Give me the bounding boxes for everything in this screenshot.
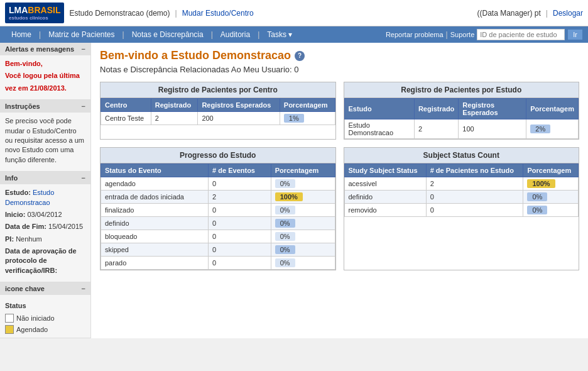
table2-col-registrado: Registrado	[414, 99, 458, 119]
search-input[interactable]	[477, 29, 565, 40]
alert-line2: Você logou pela última	[5, 71, 85, 80]
t3-eventos: 2	[209, 191, 271, 204]
nav-sep2: |	[122, 30, 124, 39]
change-study-link[interactable]: Mudar Estudo/Centro	[182, 9, 254, 18]
alerts-title: Alertas e mensagens	[5, 45, 74, 53]
sidebar-icone-section: icone chave − Status Não iniciado Agenda…	[0, 282, 90, 338]
t4-pct: 0%	[523, 191, 579, 204]
table2: Estudo Registrado Registros Esperados Po…	[344, 98, 579, 139]
t3-pct: 0%	[271, 177, 335, 191]
table1-col-centro: Centro	[101, 99, 151, 112]
t3-status: definido	[101, 217, 209, 230]
t3-status: bloqueado	[101, 230, 209, 243]
alerts-collapse[interactable]: −	[82, 45, 85, 53]
table-row: skipped 0 0%	[101, 243, 335, 257]
table-row: removido 0 0%	[344, 204, 579, 217]
separator-nav: |	[446, 30, 448, 39]
t3-eventos: 0	[209, 230, 271, 243]
t3-eventos: 0	[209, 217, 271, 230]
alert-line1: Bem-vindo,	[5, 59, 85, 69]
instructions-collapse[interactable]: −	[82, 102, 85, 110]
table-row: entrada de dados iniciada 2 100%	[101, 191, 335, 204]
sidebar: Alertas e mensagens − Bem-vindo, Você lo…	[0, 43, 91, 338]
top-tables-row: Registro de Pacientes por Centro Centro …	[100, 82, 579, 140]
table-row: definido 0 0%	[344, 191, 579, 204]
t4-pct: 0%	[523, 204, 579, 217]
t3-status: skipped	[101, 243, 209, 257]
support-btn[interactable]: Suporte	[450, 31, 475, 38]
table-progresso: Progresso do Estudo Status do Evento # d…	[100, 147, 336, 270]
t3-pct: 0%	[271, 204, 335, 217]
t3-pct: 0%	[271, 243, 335, 257]
table-row: bloqueado 0 0%	[101, 230, 335, 243]
status-icon-white	[5, 314, 14, 323]
t4-status: removido	[344, 204, 426, 217]
nav-notas[interactable]: Notas e Discrepância	[126, 26, 210, 43]
table1-col-esperados: Registros Esperados	[198, 99, 280, 112]
icone-title: icone chave	[5, 285, 45, 292]
table1: Centro Registrado Registros Esperados Po…	[101, 98, 335, 125]
logo: LMABRASIL estudos clinicos	[5, 3, 64, 23]
topbar: LMABRASIL estudos clinicos Estudo Demons…	[0, 0, 588, 26]
sidebar-instructions-content: Se preciso você pode mudar o Estudo/Cent…	[0, 113, 90, 171]
sidebar-info-content: Estudo: Estudo Demonstracao Inicio: 03/0…	[0, 184, 90, 282]
status-not-started-label: Não iniciado	[16, 314, 55, 322]
table4-col-pacientes: # de Pacientes no Estudo	[426, 164, 523, 177]
logo-brasil: BRASIL	[28, 5, 60, 15]
info-collapse[interactable]: −	[82, 174, 85, 182]
nav-auditoria[interactable]: Auditoria	[214, 26, 256, 43]
alert-line3: vez em 21/08/2013.	[5, 84, 85, 93]
sidebar-instructions-header: Instruções −	[0, 100, 90, 113]
instructions-text: Se preciso você pode mudar o Estudo/Cent…	[5, 116, 85, 165]
table1-col-porcentagem: Porcentagem	[280, 99, 335, 112]
t4-pacientes: 2	[426, 177, 523, 191]
t2-porcentagem: 2%	[526, 119, 579, 139]
instructions-title: Instruções	[5, 102, 40, 110]
table-row: acessivel 2 100%	[344, 177, 579, 191]
navbar: Home | Matriz de Pacientes | Notas e Dis…	[0, 26, 588, 43]
t1-porcentagem: 1%	[280, 112, 335, 125]
table2-col-esperados: Registros Esperados	[459, 99, 526, 119]
table4-col-porcentagem: Porcentagem	[523, 164, 579, 177]
table4-title: Subject Status Count	[344, 148, 579, 163]
report-problem-btn[interactable]: Reportar problema	[386, 31, 444, 38]
logout-link[interactable]: Deslogar	[553, 9, 583, 18]
t3-pct: 100%	[271, 191, 335, 204]
info-estudo: Estudo: Estudo Demonstracao	[5, 188, 85, 208]
info-pi: PI: Nenhum	[5, 235, 85, 244]
info-inicio: Inicio: 03/04/2012	[5, 210, 85, 219]
nav-home[interactable]: Home	[5, 26, 38, 43]
status-scheduled-label: Agendado	[16, 326, 48, 333]
table-row: Centro Teste 2 200 1%	[101, 112, 335, 125]
t2-registrado: 2	[414, 119, 458, 139]
table-row: parado 0 0%	[101, 257, 335, 270]
topbar-right: ((Data Manager) pt | Deslogar	[477, 9, 583, 18]
search-area: Reportar problema | Suporte Ir	[386, 29, 583, 40]
nav-matriz[interactable]: Matriz de Pacientes	[42, 26, 121, 43]
search-button[interactable]: Ir	[567, 29, 583, 40]
table-row: Estudo Demonstracao 2 100 2%	[344, 119, 579, 139]
t3-status: parado	[101, 257, 209, 270]
t3-status: finalizado	[101, 204, 209, 217]
icone-collapse[interactable]: −	[82, 285, 85, 292]
nav-tasks[interactable]: Tasks ▾	[261, 26, 298, 43]
info-data-fim: Data de Fim: 15/04/2015	[5, 222, 85, 231]
t4-status: definido	[344, 191, 426, 204]
page-subtitle: Notas e Discrepância Relacionadas Ao Meu…	[100, 65, 579, 74]
nav-sep3: |	[211, 30, 213, 39]
t3-pct: 0%	[271, 230, 335, 243]
separator: |	[175, 9, 177, 18]
separator2: |	[546, 9, 548, 18]
table-row: agendado 0 0%	[101, 177, 335, 191]
nav-sep1: |	[39, 30, 41, 39]
table2-col-estudo: Estudo	[344, 99, 414, 119]
table4: Study Subject Status # de Pacientes no E…	[344, 163, 579, 217]
table1-title: Registro de Pacientes por Centro	[101, 82, 335, 98]
t3-eventos: 0	[209, 177, 271, 191]
table2-title: Registro de Pacientes por Estudo	[344, 82, 579, 98]
table3-col-status: Status do Evento	[101, 164, 209, 177]
table3: Status do Evento # de Eventos Porcentage…	[101, 163, 335, 270]
sidebar-instructions-section: Instruções − Se preciso você pode mudar …	[0, 100, 90, 172]
t3-eventos: 0	[209, 204, 271, 217]
help-icon[interactable]: ?	[295, 51, 305, 61]
